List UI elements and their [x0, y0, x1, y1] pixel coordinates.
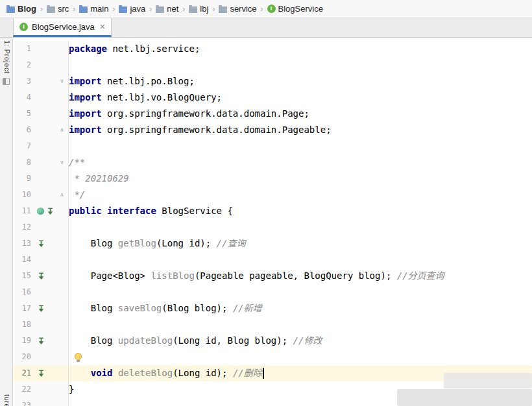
code-line-19[interactable]: 19 Blog updateBlog(Long id, Blog blog); … [13, 333, 532, 349]
gutter: 14 [13, 252, 69, 268]
breadcrumb-separator: › [73, 5, 75, 14]
gutter: 9 [13, 171, 69, 187]
breadcrumb-label: lbj [200, 4, 208, 14]
code-line-11[interactable]: 11public interface BlogService { [13, 203, 532, 219]
line-number: 12 [13, 219, 31, 235]
code-text [69, 219, 532, 235]
code-text: public interface BlogService { [69, 203, 532, 219]
code-line-15[interactable]: 15 Page<Blog> listBlog(Pageable pageable… [13, 268, 532, 284]
code-line-2[interactable]: 2 [13, 57, 532, 73]
implementation-arrow-icon[interactable] [37, 370, 45, 377]
gutter-icons [31, 370, 57, 377]
folder-gray-icon [219, 6, 227, 13]
breadcrumb-separator: › [112, 5, 115, 14]
line-number: 18 [13, 316, 31, 333]
breadcrumb-item-java[interactable]: java [117, 3, 147, 14]
folder-blue-icon [119, 6, 127, 13]
breadcrumb-item-lbj[interactable]: lbj [187, 3, 210, 14]
code-line-6[interactable]: 6∧import org.springframework.data.domain… [13, 122, 532, 138]
fold-marker-icon[interactable]: ∨ [57, 73, 67, 90]
code-line-8[interactable]: 8∨/** [13, 154, 532, 171]
line-number: 2 [13, 57, 31, 73]
breadcrumb-item-main[interactable]: main [78, 3, 110, 14]
code-line-12[interactable]: 12 [13, 219, 532, 235]
line-number: 11 [13, 203, 31, 219]
breadcrumb-label: net [167, 4, 178, 14]
fold-marker-icon[interactable]: ∧ [57, 187, 67, 203]
breadcrumb-label: java [130, 4, 145, 14]
code-text: Blog saveBlog(Blog blog); //新增 [69, 300, 532, 316]
tab-blogservice-java[interactable]: I BlogService.java × [13, 18, 112, 37]
gutter: 19 [13, 333, 69, 349]
code-line-20[interactable]: 20 [13, 349, 532, 365]
code-text: */ [69, 187, 532, 203]
gutter-icons [31, 240, 57, 248]
gutter-icons [31, 272, 57, 280]
breadcrumb-label: main [90, 4, 108, 14]
gutter: 2 [13, 57, 69, 73]
code-text [69, 57, 532, 73]
gutter: 7 [13, 138, 69, 154]
line-number: 14 [13, 252, 31, 268]
code-line-7[interactable]: 7 [13, 138, 532, 154]
line-number: 19 [13, 333, 31, 349]
gutter-icons [31, 305, 57, 313]
breadcrumb-separator: › [149, 5, 152, 14]
code-line-14[interactable]: 14 [13, 252, 532, 268]
code-line-17[interactable]: 17 Blog saveBlog(Blog blog); //新增 [13, 300, 532, 316]
line-number: 9 [13, 171, 31, 187]
line-number: 22 [13, 381, 31, 398]
gutter: 17 [13, 300, 69, 316]
code-line-1[interactable]: 1package net.lbj.service; [13, 41, 532, 57]
implemented-marker-icon[interactable] [37, 208, 44, 215]
code-text [69, 349, 532, 365]
gutter-icons [31, 337, 57, 345]
implementation-arrow-icon[interactable] [37, 272, 45, 280]
implementation-arrow-icon[interactable] [37, 337, 45, 345]
line-number: 21 [13, 365, 31, 381]
fold-marker-icon[interactable]: ∧ [57, 122, 67, 138]
breadcrumb-item-blogservice[interactable]: IBlogService [266, 3, 324, 14]
code-text [69, 138, 532, 154]
gutter: 15 [13, 268, 69, 284]
line-number: 5 [13, 106, 31, 122]
code-line-4[interactable]: 4import net.lbj.vo.BlogQuery; [13, 90, 532, 106]
breadcrumb-item-src[interactable]: src [45, 3, 70, 14]
tool-window-icon [3, 78, 10, 85]
line-number: 4 [13, 90, 31, 106]
line-number: 20 [13, 349, 31, 365]
breadcrumb-item-service[interactable]: service [217, 3, 258, 14]
breadcrumb-separator: › [212, 5, 215, 14]
intention-bulb-icon[interactable] [75, 353, 82, 360]
gutter: 12 [13, 219, 69, 235]
line-number: 15 [13, 268, 31, 284]
gutter: 4 [13, 90, 69, 106]
folder-blue-icon [6, 6, 15, 13]
gutter: 5 [13, 106, 69, 122]
line-number: 23 [13, 398, 31, 406]
code-line-9[interactable]: 9 * 20210629 [13, 171, 532, 187]
code-line-13[interactable]: 13 Blog getBlog(Long id); //查询 [13, 235, 532, 252]
structure-tool-button[interactable]: ture [2, 394, 11, 406]
code-text: /** [69, 154, 532, 171]
code-line-18[interactable]: 18 [13, 316, 532, 333]
implementation-arrow-icon[interactable] [37, 305, 45, 313]
code-line-3[interactable]: 3∨import net.lbj.po.Blog; [13, 73, 532, 90]
breadcrumb-label: src [58, 4, 69, 14]
tab-close-icon[interactable]: × [100, 22, 105, 31]
code-text: import org.springframework.data.domain.P… [69, 122, 532, 138]
code-line-16[interactable]: 16 [13, 284, 532, 300]
code-text: import net.lbj.vo.BlogQuery; [69, 90, 532, 106]
code-editor[interactable]: 1package net.lbj.service;23∨import net.l… [13, 38, 532, 406]
implementation-arrow-icon[interactable] [37, 240, 45, 248]
code-line-10[interactable]: 10∧ */ [13, 187, 532, 203]
implementation-arrow-icon[interactable] [46, 208, 54, 215]
breadcrumb: Blog›src›main›java›net›lbj›service›IBlog… [0, 0, 532, 18]
breadcrumb-item-net[interactable]: net [154, 3, 180, 14]
fold-marker-icon[interactable]: ∨ [57, 154, 67, 171]
line-number: 7 [13, 138, 31, 154]
breadcrumb-item-blog[interactable]: Blog [5, 3, 38, 14]
project-tool-button[interactable]: 1: Project [2, 40, 11, 73]
line-number: 6 [13, 122, 31, 138]
code-line-5[interactable]: 5import org.springframework.data.domain.… [13, 106, 532, 122]
